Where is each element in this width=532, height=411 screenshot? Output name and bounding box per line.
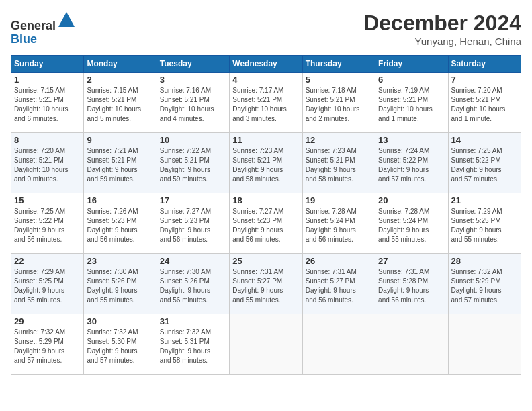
day-number: 30 bbox=[87, 316, 153, 326]
day-number: 28 bbox=[451, 256, 518, 266]
calendar-cell: 16Sunrise: 7:26 AM Sunset: 5:23 PM Dayli… bbox=[84, 193, 157, 254]
calendar-cell: 15Sunrise: 7:25 AM Sunset: 5:22 PM Dayli… bbox=[11, 193, 84, 254]
location: Yunyang, Henan, China bbox=[363, 36, 521, 47]
calendar-cell: 27Sunrise: 7:31 AM Sunset: 5:28 PM Dayli… bbox=[375, 254, 448, 314]
day-info: Sunrise: 7:32 AM Sunset: 5:31 PM Dayligh… bbox=[160, 328, 226, 365]
day-number: 7 bbox=[451, 75, 518, 85]
day-number: 11 bbox=[232, 135, 299, 145]
weekday-header-wednesday: Wednesday bbox=[230, 56, 302, 73]
day-number: 26 bbox=[306, 256, 372, 266]
day-info: Sunrise: 7:30 AM Sunset: 5:26 PM Dayligh… bbox=[87, 267, 153, 305]
calendar-cell: 8Sunrise: 7:20 AM Sunset: 5:21 PM Daylig… bbox=[11, 133, 84, 193]
day-number: 18 bbox=[232, 195, 299, 205]
week-row-2: 8Sunrise: 7:20 AM Sunset: 5:21 PM Daylig… bbox=[11, 133, 521, 193]
day-number: 10 bbox=[160, 135, 226, 145]
day-info: Sunrise: 7:18 AM Sunset: 5:21 PM Dayligh… bbox=[306, 86, 372, 124]
day-number: 22 bbox=[14, 256, 81, 266]
logo-icon bbox=[57, 11, 76, 30]
calendar-cell: 31Sunrise: 7:32 AM Sunset: 5:31 PM Dayli… bbox=[157, 314, 229, 375]
calendar-cell: 6Sunrise: 7:19 AM Sunset: 5:21 PM Daylig… bbox=[375, 73, 448, 133]
calendar-cell: 1Sunrise: 7:15 AM Sunset: 5:21 PM Daylig… bbox=[11, 73, 84, 133]
day-number: 27 bbox=[378, 256, 445, 266]
week-row-1: 1Sunrise: 7:15 AM Sunset: 5:21 PM Daylig… bbox=[11, 73, 521, 133]
day-info: Sunrise: 7:17 AM Sunset: 5:21 PM Dayligh… bbox=[232, 86, 299, 124]
month-title: December 2024 bbox=[363, 11, 521, 36]
day-info: Sunrise: 7:27 AM Sunset: 5:23 PM Dayligh… bbox=[232, 207, 299, 244]
week-row-5: 29Sunrise: 7:32 AM Sunset: 5:29 PM Dayli… bbox=[11, 314, 521, 375]
calendar-cell: 25Sunrise: 7:31 AM Sunset: 5:27 PM Dayli… bbox=[230, 254, 302, 314]
weekday-header-thursday: Thursday bbox=[302, 56, 375, 73]
logo-blue: Blue bbox=[11, 32, 37, 46]
day-number: 24 bbox=[160, 256, 226, 266]
day-info: Sunrise: 7:19 AM Sunset: 5:21 PM Dayligh… bbox=[378, 86, 445, 124]
day-info: Sunrise: 7:23 AM Sunset: 5:21 PM Dayligh… bbox=[232, 146, 299, 184]
week-row-3: 15Sunrise: 7:25 AM Sunset: 5:22 PM Dayli… bbox=[11, 193, 521, 254]
day-number: 8 bbox=[14, 135, 81, 145]
calendar-cell: 18Sunrise: 7:27 AM Sunset: 5:23 PM Dayli… bbox=[230, 193, 302, 254]
day-number: 5 bbox=[306, 75, 372, 85]
day-info: Sunrise: 7:32 AM Sunset: 5:29 PM Dayligh… bbox=[14, 328, 81, 365]
calendar-cell: 3Sunrise: 7:16 AM Sunset: 5:21 PM Daylig… bbox=[157, 73, 229, 133]
week-row-4: 22Sunrise: 7:29 AM Sunset: 5:25 PM Dayli… bbox=[11, 254, 521, 314]
day-number: 25 bbox=[232, 256, 299, 266]
day-info: Sunrise: 7:20 AM Sunset: 5:21 PM Dayligh… bbox=[14, 146, 81, 184]
calendar-table: SundayMondayTuesdayWednesdayThursdayFrid… bbox=[11, 55, 521, 375]
weekday-header-tuesday: Tuesday bbox=[157, 56, 229, 73]
day-info: Sunrise: 7:16 AM Sunset: 5:21 PM Dayligh… bbox=[160, 86, 226, 124]
day-number: 12 bbox=[306, 135, 372, 145]
day-info: Sunrise: 7:20 AM Sunset: 5:21 PM Dayligh… bbox=[451, 86, 518, 124]
day-info: Sunrise: 7:22 AM Sunset: 5:21 PM Dayligh… bbox=[160, 146, 226, 184]
calendar-cell: 29Sunrise: 7:32 AM Sunset: 5:29 PM Dayli… bbox=[11, 314, 84, 375]
day-number: 21 bbox=[451, 195, 518, 205]
calendar-cell: 17Sunrise: 7:27 AM Sunset: 5:23 PM Dayli… bbox=[157, 193, 229, 254]
day-number: 3 bbox=[160, 75, 226, 85]
title-block: December 2024 Yunyang, Henan, China bbox=[363, 11, 521, 47]
calendar-cell: 23Sunrise: 7:30 AM Sunset: 5:26 PM Dayli… bbox=[84, 254, 157, 314]
calendar-cell bbox=[302, 314, 375, 375]
weekday-header-monday: Monday bbox=[84, 56, 157, 73]
calendar-cell: 13Sunrise: 7:24 AM Sunset: 5:22 PM Dayli… bbox=[375, 133, 448, 193]
calendar-cell: 10Sunrise: 7:22 AM Sunset: 5:21 PM Dayli… bbox=[157, 133, 229, 193]
calendar-cell: 7Sunrise: 7:20 AM Sunset: 5:21 PM Daylig… bbox=[448, 73, 521, 133]
day-info: Sunrise: 7:31 AM Sunset: 5:27 PM Dayligh… bbox=[306, 267, 372, 305]
day-info: Sunrise: 7:25 AM Sunset: 5:22 PM Dayligh… bbox=[14, 207, 81, 244]
day-number: 31 bbox=[160, 316, 226, 326]
day-number: 17 bbox=[160, 195, 226, 205]
calendar-cell: 30Sunrise: 7:32 AM Sunset: 5:30 PM Dayli… bbox=[84, 314, 157, 375]
calendar-cell bbox=[375, 314, 448, 375]
day-info: Sunrise: 7:32 AM Sunset: 5:29 PM Dayligh… bbox=[451, 267, 518, 305]
calendar-cell: 21Sunrise: 7:29 AM Sunset: 5:25 PM Dayli… bbox=[448, 193, 521, 254]
day-number: 6 bbox=[378, 75, 445, 85]
day-info: Sunrise: 7:28 AM Sunset: 5:24 PM Dayligh… bbox=[306, 207, 372, 244]
day-info: Sunrise: 7:27 AM Sunset: 5:23 PM Dayligh… bbox=[160, 207, 226, 244]
day-info: Sunrise: 7:15 AM Sunset: 5:21 PM Dayligh… bbox=[87, 86, 153, 124]
day-number: 20 bbox=[378, 195, 445, 205]
logo: General Blue bbox=[11, 11, 76, 46]
day-number: 23 bbox=[87, 256, 153, 266]
svg-marker-0 bbox=[58, 12, 75, 27]
day-info: Sunrise: 7:29 AM Sunset: 5:25 PM Dayligh… bbox=[14, 267, 81, 305]
day-info: Sunrise: 7:28 AM Sunset: 5:24 PM Dayligh… bbox=[378, 207, 445, 244]
day-number: 15 bbox=[14, 195, 81, 205]
calendar-cell: 4Sunrise: 7:17 AM Sunset: 5:21 PM Daylig… bbox=[230, 73, 302, 133]
calendar-cell: 9Sunrise: 7:21 AM Sunset: 5:21 PM Daylig… bbox=[84, 133, 157, 193]
calendar-cell: 2Sunrise: 7:15 AM Sunset: 5:21 PM Daylig… bbox=[84, 73, 157, 133]
day-info: Sunrise: 7:25 AM Sunset: 5:22 PM Dayligh… bbox=[451, 146, 518, 184]
day-info: Sunrise: 7:31 AM Sunset: 5:27 PM Dayligh… bbox=[232, 267, 299, 305]
calendar-cell: 20Sunrise: 7:28 AM Sunset: 5:24 PM Dayli… bbox=[375, 193, 448, 254]
day-info: Sunrise: 7:21 AM Sunset: 5:21 PM Dayligh… bbox=[87, 146, 153, 184]
weekday-header-row: SundayMondayTuesdayWednesdayThursdayFrid… bbox=[11, 56, 521, 73]
calendar-cell: 12Sunrise: 7:23 AM Sunset: 5:21 PM Dayli… bbox=[302, 133, 375, 193]
calendar-cell: 5Sunrise: 7:18 AM Sunset: 5:21 PM Daylig… bbox=[302, 73, 375, 133]
calendar-cell: 28Sunrise: 7:32 AM Sunset: 5:29 PM Dayli… bbox=[448, 254, 521, 314]
day-number: 9 bbox=[87, 135, 153, 145]
calendar-cell bbox=[448, 314, 521, 375]
calendar-cell: 19Sunrise: 7:28 AM Sunset: 5:24 PM Dayli… bbox=[302, 193, 375, 254]
day-info: Sunrise: 7:30 AM Sunset: 5:26 PM Dayligh… bbox=[160, 267, 226, 305]
day-number: 19 bbox=[306, 195, 372, 205]
day-number: 29 bbox=[14, 316, 81, 326]
calendar-cell: 26Sunrise: 7:31 AM Sunset: 5:27 PM Dayli… bbox=[302, 254, 375, 314]
day-info: Sunrise: 7:31 AM Sunset: 5:28 PM Dayligh… bbox=[378, 267, 445, 305]
calendar-cell: 24Sunrise: 7:30 AM Sunset: 5:26 PM Dayli… bbox=[157, 254, 229, 314]
calendar-cell: 22Sunrise: 7:29 AM Sunset: 5:25 PM Dayli… bbox=[11, 254, 84, 314]
